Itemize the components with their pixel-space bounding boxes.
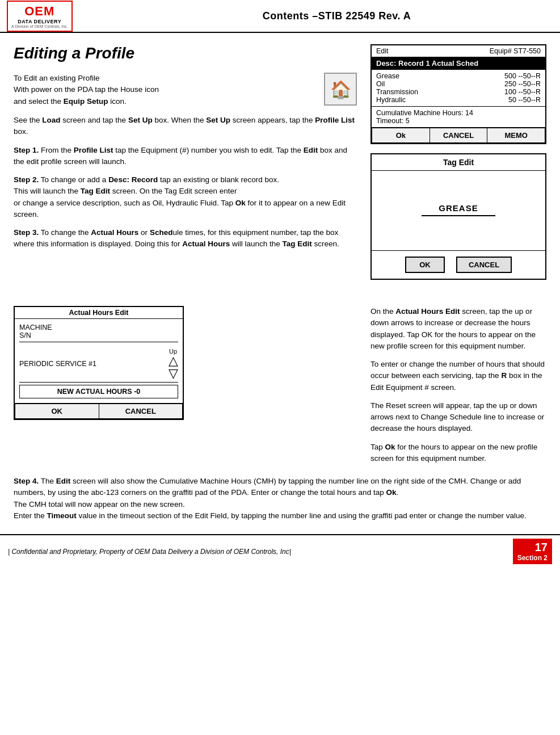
ok-button[interactable]: Ok (372, 128, 430, 143)
item-transmission-name: Transmission (376, 88, 418, 96)
ah-ok-button[interactable]: OK (15, 404, 99, 419)
logo-area: OEM DATA DELIVERY A Division of OEM Cont… (7, 1, 120, 32)
ok-bold-para4: Ok (385, 443, 395, 451)
ah-buttons: OK CANCEL (15, 403, 183, 419)
load-screen-para: See the Load screen and tap the Set Up b… (14, 115, 357, 138)
edit-profile-box: Edit Equip# ST7-550 Desc: Record 1 Actua… (370, 44, 546, 144)
tag-edit-body (372, 171, 545, 250)
actual-hours-text: On the Actual Hours Edit screen, tap the… (370, 300, 546, 471)
ah-title: Actual Hours Edit (15, 307, 183, 319)
ah-periodic-row: PERIODIC SERVICE #1 Up △ ▽ (19, 346, 178, 383)
footer-section: Section 2 (517, 554, 548, 562)
step1-profile-list: Profile List (74, 146, 113, 154)
edit-profile-header: Edit Equip# ST7-550 (372, 45, 545, 57)
step3-sched: Sched (150, 228, 173, 237)
item-oil-value: 250 --50--R (504, 80, 541, 88)
step3-section: Step 3. To change the Actual Hours or Sc… (14, 227, 357, 250)
footer-text: | Confidential and Proprietary, Property… (8, 548, 291, 556)
item-oil-name: Oil (376, 80, 385, 88)
step3-label: Step 3. (14, 228, 39, 237)
logo-sub-text: DATA DELIVERY (18, 19, 61, 24)
item-grease-name: Grease (376, 72, 399, 80)
setup-bold: Set Up (128, 116, 153, 124)
profile-list-bold: Profile List (315, 116, 355, 124)
logo-div-text: A Division of OEM Controls, Inc. (11, 24, 68, 28)
ah-new-actual: NEW ACTUAL HOURS -0 (19, 385, 178, 398)
actual-hours-box: Actual Hours Edit MACHINES/N PERIODIC SE… (14, 306, 184, 420)
house-icon: 🏠 (324, 73, 357, 106)
actual-hours-para1: On the Actual Hours Edit screen, tap the… (370, 306, 546, 352)
table-row: Oil 250 --50--R (376, 80, 541, 88)
step3-tag-edit2: Tag Edit (282, 240, 311, 248)
equip-number: Equip# ST7-550 (490, 47, 541, 55)
actual-hours-para2: To enter or change the number of hours t… (370, 359, 546, 393)
item-hydraulic-name: Hydraulic (376, 96, 406, 104)
step2-section: Step 2. To change or add a Desc: Record … (14, 174, 357, 220)
right-column: Edit Equip# ST7-550 Desc: Record 1 Actua… (370, 44, 546, 289)
up-down-arrows: △ ▽ (169, 355, 178, 380)
step3-actual-hours: Actual Hours (91, 228, 138, 237)
actual-hours-para3: The Reset screen will appear, tap the up… (370, 400, 546, 435)
intro-line1: To Edit an existing Profile With power o… (14, 74, 159, 106)
ah-machine-sn: MACHINES/N (19, 321, 178, 342)
table-row: Transmission 100 --50--R (376, 88, 541, 96)
middle-row: Actual Hours Edit MACHINES/N PERIODIC SE… (0, 300, 560, 471)
main-content: Editing a Profile 🏠 To Edit an existing … (0, 33, 560, 300)
tag-edit-title: Tag Edit (372, 154, 545, 171)
step4-label: Step 4. (14, 477, 39, 485)
step4-ok-bold: Ok (386, 488, 396, 497)
step4-edit-bold: Edit (56, 477, 71, 485)
logo-oem-text: OEM (24, 4, 54, 19)
page-header: OEM DATA DELIVERY A Division of OEM Cont… (0, 0, 560, 33)
cancel-button[interactable]: CANCEL (430, 128, 487, 143)
tag-ok-button[interactable]: OK (405, 257, 445, 273)
timeout-text: Timeout: 5 (376, 117, 541, 125)
load-bold: Load (42, 116, 60, 124)
table-row: Hydraulic 50 --50--R (376, 96, 541, 104)
tag-cancel-button[interactable]: CANCEL (456, 257, 512, 273)
edit-label: Edit (376, 47, 389, 55)
step2-label: Step 2. (14, 175, 39, 184)
step2-desc-record: Desc: Record (108, 175, 158, 184)
grease-table: Grease 500 --50--R Oil 250 --50--R Trans… (372, 70, 545, 107)
step4-section: Step 4. The Edit screen will also show t… (14, 476, 546, 522)
table-row: Grease 500 --50--R (376, 72, 541, 80)
down-arrow-icon[interactable]: ▽ (169, 367, 178, 380)
ah-body: MACHINES/N PERIODIC SERVICE #1 Up △ ▽ NE… (15, 319, 183, 403)
step1-label: Step 1. (14, 146, 39, 154)
cumulative-text: Cumulative Machine Hours: 14 (376, 109, 541, 117)
ah-periodic-label: PERIODIC SERVICE #1 (19, 360, 96, 368)
step1-section: Step 1. From the Profile List tap the Eq… (14, 145, 357, 168)
up-arrow-icon[interactable]: △ (169, 355, 178, 367)
r-bold: R (501, 371, 507, 380)
step3-actual-hours2: Actual Hours (182, 240, 230, 248)
intro-paragraph: 🏠 To Edit an existing Profile With power… (14, 73, 357, 108)
tag-edit-buttons: OK CANCEL (372, 250, 545, 279)
equip-setup-bold: Equip Setup (64, 97, 108, 106)
step1-edit-bold: Edit (304, 146, 318, 154)
ah-cancel-button[interactable]: CANCEL (99, 404, 183, 419)
edit-profile-buttons: Ok CANCEL MEMO (372, 128, 545, 143)
actual-hours-area: Actual Hours Edit MACHINES/N PERIODIC SE… (14, 300, 357, 471)
actual-hours-para4: Tap Ok for the hours to appear on the ne… (370, 442, 546, 465)
memo-button[interactable]: MEMO (487, 128, 545, 143)
step2-tag-edit: Tag Edit (81, 187, 110, 195)
desc-record-bar: Desc: Record 1 Actual Sched (372, 57, 545, 70)
house-icon-area: 🏠 (324, 73, 357, 106)
grease-tag-input[interactable] (422, 201, 495, 216)
page-footer: | Confidential and Proprietary, Property… (0, 534, 560, 568)
logo-box: OEM DATA DELIVERY A Division of OEM Cont… (7, 1, 73, 32)
item-hydraulic-value: 50 --50--R (508, 96, 541, 104)
bottom-steps: Step 4. The Edit screen will also show t… (0, 476, 560, 534)
footer-page-num: 17 (535, 541, 548, 554)
page-title: Editing a Profile (14, 44, 357, 62)
setup2-bold: Set Up (206, 116, 230, 124)
footer-right: 17 Section 2 (513, 539, 552, 564)
item-transmission-value: 100 --50--R (504, 88, 541, 96)
step2-ok-bold: Ok (235, 199, 246, 207)
left-column: Editing a Profile 🏠 To Edit an existing … (14, 44, 357, 289)
ah-bold1: Actual Hours Edit (395, 307, 460, 316)
header-title: Contents –STIB 22549 Rev. A (120, 10, 553, 22)
tag-edit-box: Tag Edit OK CANCEL (370, 153, 546, 280)
item-grease-value: 500 --50--R (504, 72, 541, 80)
